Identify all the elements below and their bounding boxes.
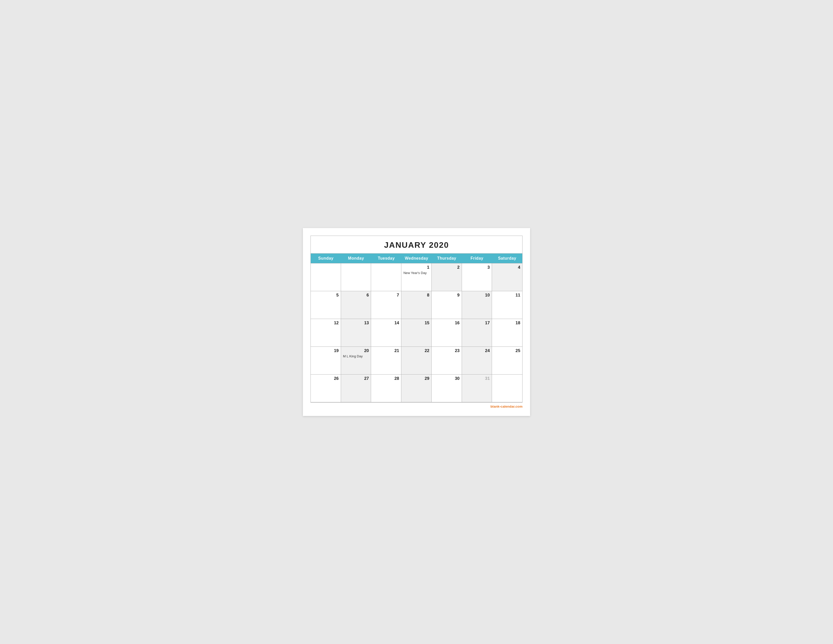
date-number: 23 [434,348,460,353]
calendar-page: JANUARY 2020 SundayMondayTuesdayWednesda… [303,228,530,416]
calendar-cell: 18 [492,319,522,347]
day-header-wednesday: Wednesday [401,254,432,263]
calendar-cell: 17 [462,319,492,347]
date-number: 1 [404,265,429,270]
calendar-cell: 19 [311,347,341,375]
calendar-cell: 22 [401,347,432,375]
date-number: 9 [434,293,460,298]
calendar-cell: 9 [432,291,462,319]
calendar-cell [341,263,371,291]
date-number: 30 [434,376,460,381]
date-number: 28 [373,376,399,381]
date-number: 6 [343,293,369,298]
calendar-cell: 24 [462,347,492,375]
date-number: 2 [434,265,460,270]
date-number: 18 [494,320,520,325]
calendar-cell: 5 [311,291,341,319]
calendar-cell: 25 [492,347,522,375]
date-number: 13 [343,320,369,325]
calendar-cell: 10 [462,291,492,319]
calendar-cell: 21 [371,347,401,375]
day-headers: SundayMondayTuesdayWednesdayThursdayFrid… [311,254,522,263]
calendar-title: JANUARY 2020 [311,236,522,254]
calendar-cell: 14 [371,319,401,347]
day-header-saturday: Saturday [492,254,522,263]
calendar-cell: 13 [341,319,371,347]
calendar-cell: 8 [401,291,432,319]
calendar-cell [311,263,341,291]
date-number: 27 [343,376,369,381]
day-header-sunday: Sunday [311,254,341,263]
calendar-cell: 6 [341,291,371,319]
date-number: 24 [464,348,490,353]
calendar-cell: 30 [432,375,462,402]
date-number: 12 [313,320,339,325]
calendar-cell: 16 [432,319,462,347]
calendar-cell: 28 [371,375,401,402]
calendar-cell: 11 [492,291,522,319]
calendar-cell: 15 [401,319,432,347]
calendar-cell: 23 [432,347,462,375]
day-header-tuesday: Tuesday [371,254,401,263]
calendar-cell: 2 [432,263,462,291]
footer-link: blank-calendar.com [490,404,523,408]
date-number: 19 [313,348,339,353]
calendar-grid: 1New Year's Day2345678910111213141516171… [311,263,522,402]
day-header-friday: Friday [462,254,492,263]
calendar-cell: 3 [462,263,492,291]
date-number: 10 [464,293,490,298]
date-number: 16 [434,320,460,325]
calendar-cell: 26 [311,375,341,402]
date-number: 7 [373,293,399,298]
date-number: 3 [464,265,490,270]
day-header-monday: Monday [341,254,371,263]
date-number: 21 [373,348,399,353]
calendar-cell: 4 [492,263,522,291]
date-number: 20 [343,348,369,353]
date-number: 11 [494,293,520,298]
calendar-cell: 20M L King Day [341,347,371,375]
calendar-cell [371,263,401,291]
date-number: 25 [494,348,520,353]
date-number: 8 [404,293,429,298]
calendar-cell: 31 [462,375,492,402]
footer: blank-calendar.com [310,404,523,408]
calendar-cell: 29 [401,375,432,402]
day-header-thursday: Thursday [432,254,462,263]
date-number: 29 [404,376,429,381]
calendar-cell [492,375,522,402]
event-label: New Year's Day [404,271,429,275]
date-number: 22 [404,348,429,353]
date-number: 17 [464,320,490,325]
calendar-cell: 1New Year's Day [401,263,432,291]
calendar-cell: 12 [311,319,341,347]
date-number: 5 [313,293,339,298]
calendar-cell: 7 [371,291,401,319]
calendar-cell: 27 [341,375,371,402]
event-label: M L King Day [343,354,369,358]
date-number: 15 [404,320,429,325]
date-number: 4 [494,265,520,270]
date-number: 31 [464,376,490,381]
date-number: 14 [373,320,399,325]
calendar: JANUARY 2020 SundayMondayTuesdayWednesda… [310,236,523,402]
date-number: 26 [313,376,339,381]
